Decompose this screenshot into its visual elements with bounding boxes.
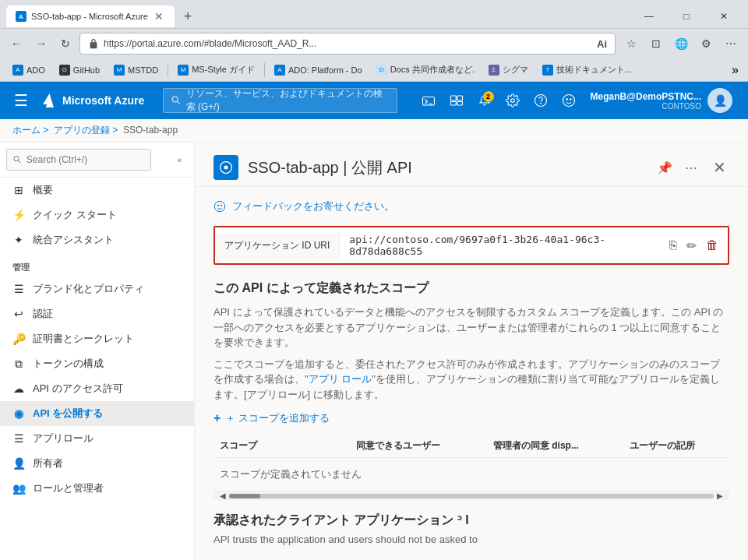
help-icon[interactable] (528, 88, 553, 113)
bookmark-mstdd-label: MSTDD (128, 65, 158, 75)
bookmark-github-label: GitHub (73, 65, 100, 75)
sidebar-item-overview[interactable]: ⊞ 概要 (0, 178, 194, 203)
url-input[interactable]: https://portal.azure.com/#blade/Microsof… (79, 33, 616, 55)
sidebar-item-branding[interactable]: ☰ ブランド化とプロパティ (0, 276, 194, 301)
sidebar-item-token[interactable]: ⧉ トークンの構成 (0, 351, 194, 376)
uri-edit-button[interactable]: ✏ (683, 235, 700, 256)
user-menu[interactable]: MeganB@DemoPSTNC... CONTOSO 👤 (584, 85, 739, 116)
scrollbar-thumb[interactable] (229, 494, 260, 498)
notifications-icon[interactable]: 2 (472, 88, 497, 113)
tab-favicon: A (16, 11, 26, 22)
uri-delete-button[interactable]: 🗑 (703, 235, 722, 255)
horizontal-scrollbar[interactable]: ◀ ▶ (213, 491, 729, 500)
user-info-text: MeganB@DemoPSTNC... CONTOSO (591, 91, 701, 111)
sidebar: « ⊞ 概要 ⚡ クイック スタート ✦ 統合アシスタント 管理 ☰ ブランド化… (0, 143, 195, 560)
scope-section: この API によって定義されたスコープ API によって保護されているデータと… (213, 280, 729, 548)
azure-logo[interactable]: Microsoft Azure (39, 91, 144, 110)
minimize-button[interactable]: — (631, 5, 667, 27)
back-button[interactable]: ← (6, 34, 26, 53)
bookmark-docs-label: Docs 共同作成者など. (390, 64, 475, 76)
cloud-shell-svg (422, 93, 436, 107)
sidebar-item-quickstart[interactable]: ⚡ クイック スタート (0, 203, 194, 227)
maximize-button[interactable]: □ (669, 5, 704, 27)
user-org: CONTOSO (591, 102, 701, 111)
bookmark-docs[interactable]: D Docs 共同作成者など. (370, 62, 481, 77)
uri-value: api://contoso.com/9697a0f1-3b26-40a1-96c… (340, 227, 660, 263)
bookmark-ado[interactable]: A ADO (6, 63, 51, 77)
ai-badge[interactable]: Ai (597, 38, 607, 50)
tab-search-icon[interactable]: ⊡ (645, 33, 667, 55)
gear-svg (506, 93, 520, 107)
sidebar-item-owners[interactable]: 👤 所有者 (0, 451, 194, 476)
bookmark-mstdd[interactable]: M MSTDD (108, 63, 164, 77)
sidebar-item-expose-api[interactable]: ◉ API を公開する (0, 401, 194, 426)
pin-button[interactable]: 📌 (654, 157, 676, 178)
bookmark-separator (168, 63, 168, 77)
scope-app-role-link[interactable]: "アプリ ロール" (305, 373, 376, 385)
sidebar-item-roles-admins[interactable]: 👥 ロールと管理者 (0, 476, 194, 501)
bookmarks-bar: A ADO G GitHub M MSTDD M MS-Style ガイド A … (0, 58, 748, 82)
active-tab[interactable]: A SSO-tab-app - Microsoft Azure ✕ (6, 5, 175, 27)
sidebar-item-certs[interactable]: 🔑 証明書とシークレット (0, 326, 194, 351)
token-icon: ⧉ (12, 357, 25, 370)
scope-section-title: この API によって定義されたスコープ (213, 280, 729, 297)
browser-menu-icon[interactable]: ⋯ (720, 33, 742, 55)
refresh-button[interactable]: ↻ (56, 34, 75, 53)
cloud-shell-icon[interactable] (416, 88, 441, 113)
sidebar-item-api-access-label: API のアクセス許可 (33, 382, 123, 396)
feedback-icon[interactable] (556, 88, 581, 113)
bookmark-techdocs-label: 技術ドキュメント... (556, 64, 632, 76)
bookmarks-more-button[interactable]: » (729, 62, 742, 79)
sidebar-item-roles-admins-label: ロールと管理者 (33, 481, 104, 495)
sidebar-collapse-button[interactable]: « (171, 154, 188, 166)
sidebar-section-mgmt: 管理 (0, 252, 194, 276)
sidebar-item-integration[interactable]: ✦ 統合アシスタント (0, 227, 194, 252)
overview-icon: ⊞ (12, 184, 25, 196)
bookmark-github[interactable]: G GitHub (53, 63, 106, 77)
sidebar-item-expose-api-label: API を公開する (33, 407, 103, 421)
scroll-right-arrow[interactable]: ▶ (714, 491, 726, 500)
breadcrumb-app-reg[interactable]: アプリの登録 > (54, 125, 118, 136)
sidebar-item-auth[interactable]: ↩ 認証 (0, 301, 194, 326)
techdocs-bookmark-icon: T (542, 65, 553, 76)
new-tab-button[interactable]: + (179, 7, 197, 26)
hamburger-menu[interactable]: ☰ (9, 86, 33, 114)
add-scope-button[interactable]: + ＋ スコープを追加する (213, 411, 330, 425)
sidebar-item-quickstart-label: クイック スタート (33, 208, 117, 222)
uri-copy-button[interactable]: ⎘ (666, 235, 680, 255)
bookmark-techdocs[interactable]: T 技術ドキュメント... (536, 62, 638, 77)
profile-icon[interactable]: 🌐 (670, 33, 692, 55)
favorites-icon[interactable]: ☆ (620, 33, 642, 55)
settings-icon[interactable] (500, 88, 525, 113)
add-scope-label: ＋ スコープを追加する (225, 411, 330, 425)
breadcrumb-home[interactable]: ホーム > (12, 125, 48, 136)
scope-desc1: API によって保護されているデータと機能へのアクセスを制限するカスタム スコー… (213, 305, 729, 350)
panel-header: SSO-tab-app | 公開 API 📌 ⋯ ✕ (195, 143, 748, 187)
sidebar-search-box[interactable] (6, 149, 151, 171)
col-header-owner: ユーザーの記所 (623, 439, 729, 453)
scrollbar-track[interactable] (229, 494, 714, 498)
forward-button[interactable]: → (31, 34, 51, 53)
sidebar-search-input[interactable] (26, 154, 144, 165)
bookmark-ado-platform[interactable]: A ADO: Platform - Do (268, 63, 369, 77)
scroll-left-arrow[interactable]: ◀ (217, 491, 229, 500)
directory-icon[interactable] (444, 88, 469, 113)
sidebar-item-api-access[interactable]: ☁ API のアクセス許可 (0, 376, 194, 401)
bookmark-sigma[interactable]: Σ シグマ (482, 62, 535, 77)
sidebar-item-app-roles[interactable]: ☰ アプリロール (0, 426, 194, 451)
tab-close-btn[interactable]: ✕ (153, 9, 165, 24)
table-header: スコープ 同意できるユーザー 管理者の同意 disp... ユーザーの記所 (213, 435, 729, 458)
panel-close-button[interactable]: ✕ (710, 155, 729, 180)
feedback-bar[interactable]: フィードバックをお寄せください。 (213, 199, 729, 213)
more-options-button[interactable]: ⋯ (682, 157, 700, 178)
svg-point-11 (563, 95, 574, 107)
breadcrumb: ホーム > アプリの登録 > SSO-tab-app (0, 119, 748, 143)
bookmark-msstyle[interactable]: M MS-Style ガイド (171, 62, 261, 77)
browser-chrome: A SSO-tab-app - Microsoft Azure ✕ + — □ … (0, 0, 748, 82)
panel-title: SSO-tab-app | 公開 API (248, 157, 644, 178)
close-button[interactable]: ✕ (706, 5, 742, 27)
extensions-icon[interactable]: ⚙ (695, 33, 717, 55)
msstyle-bookmark-icon: M (178, 65, 189, 76)
portal-search-box[interactable]: リソース、サービス、およびドキュメントの検索 (G+/) (163, 88, 397, 113)
certs-icon: 🔑 (12, 333, 25, 345)
